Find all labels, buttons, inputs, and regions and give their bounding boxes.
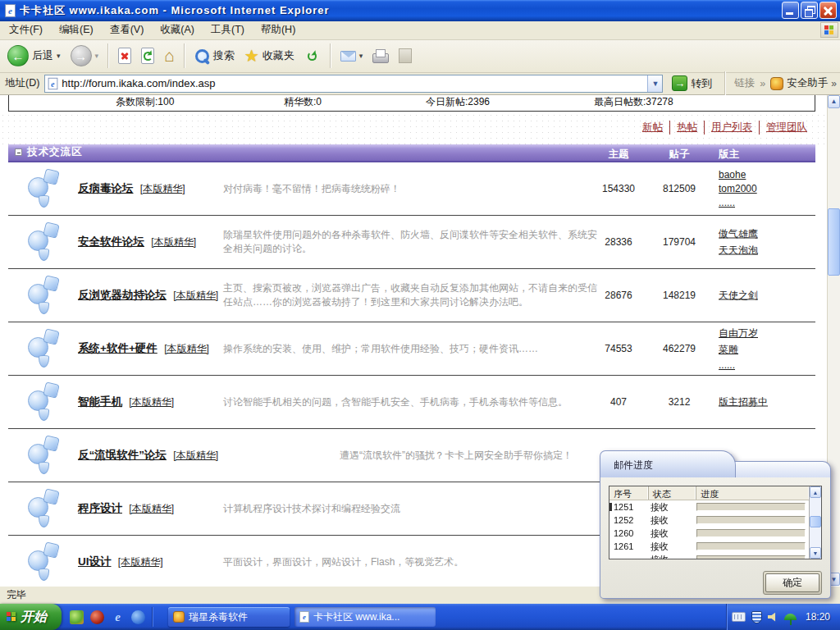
dialog-scroll-down-button[interactable]: ▼ bbox=[810, 547, 821, 559]
print-button[interactable] bbox=[368, 48, 393, 65]
back-button[interactable]: ← 后退 ▾ bbox=[3, 43, 65, 68]
search-button[interactable]: 搜索 bbox=[190, 47, 239, 66]
forum-name-link[interactable]: 智能手机 bbox=[78, 395, 122, 408]
scroll-up-button[interactable]: ▲ bbox=[828, 95, 840, 108]
links-toolbar[interactable]: 链接 » bbox=[734, 76, 765, 90]
forum-name-link[interactable]: 反“流氓软件”论坛 bbox=[78, 449, 167, 461]
search-label: 搜索 bbox=[213, 48, 235, 63]
links-chevron-icon[interactable]: » bbox=[760, 78, 765, 89]
forum-digest-link[interactable]: [本版精华] bbox=[129, 503, 174, 514]
forum-icon[interactable] bbox=[28, 276, 61, 314]
dialog-scroll-thumb[interactable] bbox=[810, 516, 821, 527]
moderator-link[interactable]: 傲气雄鹰 bbox=[719, 226, 758, 240]
forum-icon[interactable] bbox=[28, 490, 61, 527]
forum-name-link[interactable]: 系统+软件+硬件 bbox=[78, 342, 158, 354]
blue-app-icon[interactable] bbox=[131, 610, 145, 624]
close-button[interactable] bbox=[819, 2, 837, 19]
forum-icon[interactable] bbox=[28, 436, 61, 474]
dialog-title-tab[interactable]: 邮件进度 bbox=[600, 450, 736, 477]
list-row[interactable]: 1252 接收 bbox=[609, 514, 809, 527]
forum-digest-link[interactable]: [本版精华] bbox=[118, 556, 163, 568]
forum-digest-link[interactable]: [本版精华] bbox=[173, 290, 218, 301]
ok-button[interactable]: 确定 bbox=[765, 573, 819, 592]
url-text[interactable]: http://forum.ikaka.com/index.asp bbox=[62, 77, 644, 89]
address-input[interactable]: e http://forum.ikaka.com/index.asp ▼ bbox=[44, 75, 663, 93]
forum-icon[interactable] bbox=[28, 223, 61, 261]
menu-item-edit[interactable]: 编辑(E) bbox=[52, 21, 101, 39]
mail-dropdown-icon[interactable]: ▾ bbox=[359, 52, 363, 60]
volume-icon[interactable] bbox=[768, 612, 778, 622]
forum-icon[interactable] bbox=[28, 170, 61, 208]
forum-digest-link[interactable]: [本版精华] bbox=[173, 450, 218, 461]
forum-icon[interactable] bbox=[28, 383, 61, 421]
moderator-link[interactable]: 天使之剑 bbox=[719, 288, 758, 302]
moderator-more-link[interactable]: ...... bbox=[719, 359, 735, 371]
link-new-posts[interactable]: 新帖 bbox=[636, 121, 669, 135]
forum-name-link[interactable]: 安全软件论坛 bbox=[78, 235, 144, 248]
start-button[interactable]: 开始 bbox=[0, 604, 62, 630]
moderator-more-link[interactable]: ...... bbox=[719, 197, 735, 208]
forum-name-link[interactable]: 反病毒论坛 bbox=[78, 182, 134, 194]
task-button-kaka-community[interactable]: e 卡卡社区 www.ika... bbox=[294, 607, 436, 627]
search-icon bbox=[194, 48, 210, 64]
back-dropdown-icon[interactable]: ▾ bbox=[57, 52, 61, 60]
dialog-scrollbar[interactable]: ▲ ▼ bbox=[809, 486, 821, 559]
moderator-link[interactable]: baohe bbox=[719, 169, 746, 180]
forum-name-link[interactable]: 反浏览器劫持论坛 bbox=[78, 289, 167, 301]
stop-button[interactable] bbox=[114, 46, 135, 66]
red-app-icon[interactable] bbox=[90, 610, 104, 624]
forum-name-link[interactable]: 程序设计 bbox=[78, 502, 122, 514]
list-row[interactable]: 1261 接收 bbox=[609, 540, 809, 553]
assistant-chevron-icon[interactable]: » bbox=[831, 78, 837, 89]
moderator-link[interactable]: 天天泡泡 bbox=[719, 243, 758, 257]
forum-digest-link[interactable]: [本版精华] bbox=[140, 183, 185, 194]
list-row[interactable]: 1260 接收 bbox=[609, 527, 809, 540]
dialog-scroll-up-button[interactable]: ▲ bbox=[810, 486, 821, 498]
menu-item-view[interactable]: 查看(V) bbox=[103, 21, 152, 39]
collapse-icon[interactable] bbox=[15, 148, 22, 156]
link-user-list[interactable]: 用户列表 bbox=[704, 121, 759, 135]
moderator-link[interactable]: 菜雕 bbox=[719, 343, 738, 357]
rising-umbrella-icon[interactable] bbox=[784, 614, 797, 620]
task-button-rising-antivirus[interactable]: 瑞星杀毒软件 bbox=[168, 607, 290, 627]
link-hot-posts[interactable]: 热帖 bbox=[669, 121, 704, 135]
address-dropdown-button[interactable]: ▼ bbox=[647, 75, 662, 92]
menu-item-tools[interactable]: 工具(T) bbox=[203, 21, 252, 39]
moderator-link[interactable]: tom2000 bbox=[719, 183, 757, 194]
keyboard-layout-icon[interactable] bbox=[732, 612, 746, 622]
moderator-recruiting-link[interactable]: 版主招募中 bbox=[719, 395, 768, 409]
ie-quicklaunch-icon[interactable]: e bbox=[111, 610, 125, 624]
favorites-button[interactable]: ★ 收藏夹 bbox=[240, 46, 299, 66]
home-button[interactable]: ⌂ bbox=[160, 46, 179, 66]
scroll-thumb[interactable] bbox=[828, 208, 840, 276]
section-title[interactable]: 技术交流区 bbox=[27, 145, 83, 159]
go-button[interactable]: → 转到 bbox=[668, 75, 716, 92]
restore-button[interactable] bbox=[801, 2, 818, 19]
list-row-partial[interactable]: 接收 bbox=[609, 553, 809, 559]
forward-dropdown-icon[interactable]: ▾ bbox=[95, 52, 99, 60]
forum-digest-link[interactable]: [本版精华] bbox=[129, 396, 174, 408]
forum-icon[interactable] bbox=[28, 543, 61, 581]
forum-digest-link[interactable]: [本版精华] bbox=[151, 236, 196, 248]
forum-icon[interactable] bbox=[28, 330, 61, 368]
link-admin-team[interactable]: 管理团队 bbox=[759, 121, 814, 135]
edit-button[interactable] bbox=[395, 47, 416, 65]
clock[interactable]: 18:20 bbox=[802, 611, 833, 623]
history-button[interactable] bbox=[300, 46, 325, 66]
section-header[interactable]: 技术交流区 主题 贴子 版主 bbox=[8, 144, 815, 162]
forum-moderators: 自由万岁 菜雕 ...... bbox=[719, 326, 810, 371]
forward-button[interactable]: → ▾ bbox=[66, 43, 103, 68]
security-assistant-button[interactable]: 安全助手 » bbox=[770, 76, 837, 90]
minimize-button[interactable] bbox=[782, 2, 799, 19]
forum-name-link[interactable]: UI设计 bbox=[78, 555, 112, 568]
list-row[interactable]: 1251 接收 bbox=[609, 500, 809, 514]
menu-item-favorites[interactable]: 收藏(A) bbox=[153, 21, 202, 39]
menu-item-file[interactable]: 文件(F) bbox=[2, 21, 50, 39]
forum-digest-link[interactable]: [本版精华] bbox=[164, 343, 209, 354]
mail-button[interactable]: ▾ bbox=[336, 49, 368, 63]
kaka-assistant-icon[interactable] bbox=[70, 610, 84, 624]
refresh-button[interactable] bbox=[137, 46, 158, 66]
firewall-shield-icon[interactable] bbox=[751, 611, 762, 623]
moderator-link[interactable]: 自由万岁 bbox=[719, 326, 758, 340]
menu-item-help[interactable]: 帮助(H) bbox=[253, 21, 303, 39]
